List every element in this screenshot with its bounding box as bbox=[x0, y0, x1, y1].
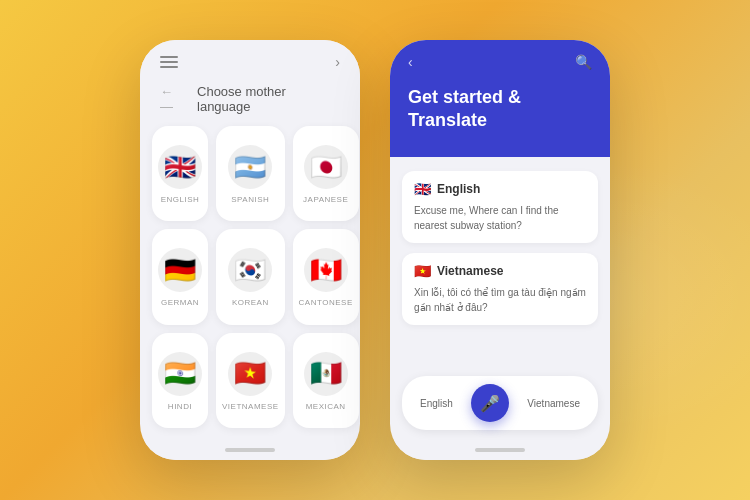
source-lang-header: 🇬🇧 English bbox=[414, 181, 586, 197]
chevron-right-icon[interactable]: › bbox=[335, 54, 340, 70]
choose-language-title: Choose mother language bbox=[197, 84, 340, 114]
lang-label-spanish: SPANISH bbox=[231, 195, 269, 204]
flag-vietnamese: 🇻🇳 bbox=[228, 352, 272, 396]
translation-content: 🇬🇧 English Excuse me, Where can I find t… bbox=[390, 157, 610, 376]
lang-item-cantonese[interactable]: 🇨🇦CANTONESE bbox=[293, 229, 359, 324]
home-bar bbox=[225, 448, 275, 452]
target-lang-header: 🇻🇳 Vietnamese bbox=[414, 263, 586, 279]
lang-label-korean: KOREAN bbox=[232, 298, 269, 307]
lang-item-spanish[interactable]: 🇦🇷SPANISH bbox=[216, 126, 285, 221]
lang-item-korean[interactable]: 🇰🇷KOREAN bbox=[216, 229, 285, 324]
source-lang-button[interactable]: English bbox=[412, 394, 461, 413]
mic-button[interactable]: 🎤 bbox=[471, 384, 509, 422]
target-card: 🇻🇳 Vietnamese Xin lỗi, tôi có thể tìm ga… bbox=[402, 253, 598, 325]
right-phone: ‹ 🔍 Get started & Translate 🇬🇧 English E… bbox=[390, 40, 610, 460]
left-home-indicator bbox=[140, 440, 360, 460]
app-title: Get started & Translate bbox=[408, 86, 592, 133]
lang-item-german[interactable]: 🇩🇪GERMAN bbox=[152, 229, 208, 324]
left-phone: › ← — Choose mother language 🇬🇧ENGLISH🇦🇷… bbox=[140, 40, 360, 460]
lang-label-mexican: MEXICAN bbox=[306, 402, 346, 411]
lang-item-japanese[interactable]: 🇯🇵JAPANESE bbox=[293, 126, 359, 221]
left-status-bar: › bbox=[140, 40, 360, 78]
language-grid: 🇬🇧ENGLISH🇦🇷SPANISH🇯🇵JAPANESE🇩🇪GERMAN🇰🇷KO… bbox=[140, 126, 360, 440]
right-status-bar: ‹ 🔍 bbox=[408, 54, 592, 70]
lang-item-english[interactable]: 🇬🇧ENGLISH bbox=[152, 126, 208, 221]
flag-hindi: 🇮🇳 bbox=[158, 352, 202, 396]
back-chevron-icon[interactable]: ‹ bbox=[408, 54, 413, 70]
lang-item-hindi[interactable]: 🇮🇳HINDI bbox=[152, 333, 208, 428]
flag-japanese: 🇯🇵 bbox=[304, 145, 348, 189]
right-home-indicator bbox=[390, 440, 610, 460]
home-bar-right bbox=[475, 448, 525, 452]
right-top-section: ‹ 🔍 Get started & Translate bbox=[390, 40, 610, 157]
back-arrow-icon[interactable]: ← — bbox=[160, 84, 189, 114]
target-text: Xin lỗi, tôi có thể tìm ga tàu điện ngầm… bbox=[414, 285, 586, 315]
source-card: 🇬🇧 English Excuse me, Where can I find t… bbox=[402, 171, 598, 243]
target-flag: 🇻🇳 bbox=[414, 263, 431, 279]
lang-item-mexican[interactable]: 🇲🇽MEXICAN bbox=[293, 333, 359, 428]
source-flag: 🇬🇧 bbox=[414, 181, 431, 197]
lang-label-japanese: JAPANESE bbox=[303, 195, 348, 204]
flag-spanish: 🇦🇷 bbox=[228, 145, 272, 189]
mic-icon: 🎤 bbox=[480, 394, 500, 413]
lang-item-vietnamese[interactable]: 🇻🇳VIETNAMESE bbox=[216, 333, 285, 428]
flag-german: 🇩🇪 bbox=[158, 248, 202, 292]
target-lang-button[interactable]: Vietnamese bbox=[519, 394, 588, 413]
bottom-controls: English 🎤 Vietnamese bbox=[402, 376, 598, 430]
target-lang-name: Vietnamese bbox=[437, 264, 504, 278]
source-lang-name: English bbox=[437, 182, 480, 196]
lang-label-hindi: HINDI bbox=[168, 402, 192, 411]
flag-korean: 🇰🇷 bbox=[228, 248, 272, 292]
lang-label-cantonese: CANTONESE bbox=[299, 298, 353, 307]
lang-label-english: ENGLISH bbox=[161, 195, 200, 204]
flag-english: 🇬🇧 bbox=[158, 145, 202, 189]
lang-label-vietnamese: VIETNAMESE bbox=[222, 402, 279, 411]
search-icon[interactable]: 🔍 bbox=[575, 54, 592, 70]
left-header: ← — Choose mother language bbox=[140, 78, 360, 126]
flag-mexican: 🇲🇽 bbox=[304, 352, 348, 396]
flag-cantonese: 🇨🇦 bbox=[304, 248, 348, 292]
lang-label-german: GERMAN bbox=[161, 298, 199, 307]
hamburger-icon[interactable] bbox=[160, 56, 178, 68]
source-text: Excuse me, Where can I find the nearest … bbox=[414, 203, 586, 233]
